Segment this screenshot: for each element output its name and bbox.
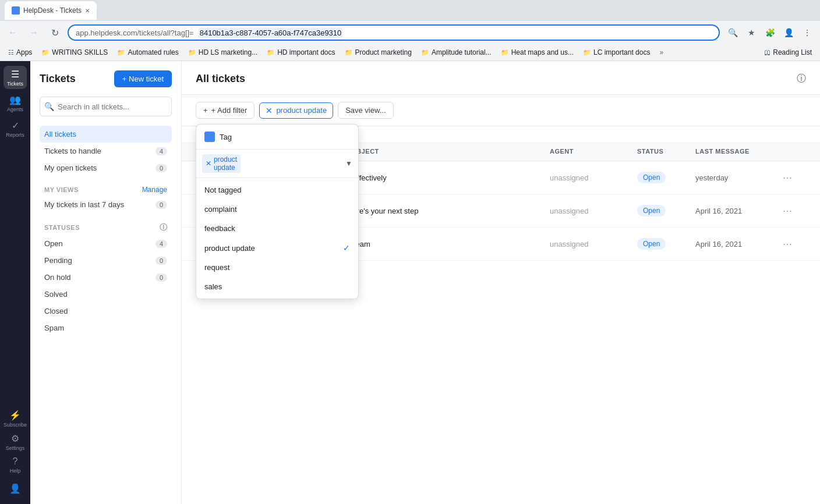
folder-icon: 📁 xyxy=(345,49,353,56)
dropdown-search-input[interactable] xyxy=(244,159,342,168)
nav-settings-label: Settings xyxy=(6,445,25,451)
manage-views-button[interactable]: Manage xyxy=(142,186,167,194)
nav-agents[interactable]: 👥 Agents xyxy=(3,91,27,115)
agents-icon: 👥 xyxy=(9,94,21,105)
add-filter-button[interactable]: + + Add filter xyxy=(196,102,255,119)
selected-tag-chip: ✕ product update xyxy=(202,154,241,173)
browser-tab-active[interactable]: HelpDesk - Tickets ✕ xyxy=(5,1,97,20)
folder-icon: 📁 xyxy=(41,49,50,56)
bookmark-star-icon[interactable]: ★ xyxy=(743,24,759,41)
last-7-days-badge: 0 xyxy=(155,201,167,209)
info-icon[interactable]: ⓘ xyxy=(797,73,806,85)
nav-reports[interactable]: ✓ Reports xyxy=(3,117,27,140)
nav-last-7-days[interactable]: My tickets in last 7 days 0 xyxy=(40,196,172,213)
dropdown-item-sales[interactable]: sales xyxy=(196,277,358,296)
menu-icon[interactable]: ⋮ xyxy=(799,24,815,41)
status-badge: Open xyxy=(637,238,666,250)
bookmark-automated[interactable]: 📁 Automated rules xyxy=(114,47,182,58)
statuses-section: STATUSES ⓘ Open 4 Pending 0 On hold 0 So… xyxy=(40,218,172,336)
nav-subscribe[interactable]: ⚡ Subscribe xyxy=(3,407,27,430)
nav-help-label: Help xyxy=(10,468,21,474)
url-prefix: app.helpdesk.com/tickets/all?tag[]= xyxy=(76,29,194,37)
nav-help[interactable]: ? Help xyxy=(3,453,27,477)
nav-settings[interactable]: ⚙ Settings xyxy=(3,430,27,453)
forward-button[interactable]: → xyxy=(26,24,42,41)
left-nav: ☰ Tickets 👥 Agents ✓ Reports ⚡ Subscribe… xyxy=(0,61,30,504)
nav-tickets[interactable]: ☰ Tickets xyxy=(3,66,27,89)
main-header: All tickets ⓘ xyxy=(182,61,820,95)
bookmark-lc-label: LC important docs xyxy=(593,48,650,56)
nav-status-closed[interactable]: Closed xyxy=(40,303,172,320)
search-icon-btn[interactable]: 🔍 xyxy=(724,24,741,41)
subject-cell: s effectively xyxy=(347,173,550,182)
back-button[interactable]: ← xyxy=(5,24,21,41)
bookmarks-more-button[interactable]: » xyxy=(656,47,667,58)
nav-status-onhold[interactable]: On hold 0 xyxy=(40,269,172,286)
col-agent-header: AGENT xyxy=(550,148,637,155)
bookmark-automated-label: Automated rules xyxy=(128,48,178,56)
dropdown-item-product-update[interactable]: product update ✓ xyxy=(196,238,358,258)
remove-filter-icon[interactable]: ✕ xyxy=(266,106,273,115)
more-actions-button[interactable]: ⋯ xyxy=(783,172,806,183)
bookmark-writing[interactable]: 📁 WRITING SKILLS xyxy=(38,47,111,58)
bookmark-heatmaps[interactable]: 📁 Heat maps and us... xyxy=(497,47,577,58)
status-cell: Open xyxy=(637,238,695,250)
my-views-label: MY VIEWS xyxy=(44,186,79,193)
bookmark-hd-docs[interactable]: 📁 HD important docs xyxy=(263,47,338,58)
active-filter-tag[interactable]: ✕ product update xyxy=(259,102,333,119)
bookmark-lc-docs[interactable]: 📁 LC important docs xyxy=(579,47,653,58)
dropdown-chevron-icon[interactable]: ▼ xyxy=(345,159,352,168)
filter-tag-label: product update xyxy=(276,106,327,115)
status-onhold-label: On hold xyxy=(44,273,71,282)
extensions-icon[interactable]: 🧩 xyxy=(762,24,778,41)
nav-status-pending[interactable]: Pending 0 xyxy=(40,252,172,269)
selected-check-icon: ✓ xyxy=(343,243,350,253)
nav-all-tickets-label: All tickets xyxy=(44,130,76,139)
col-last-message-header: LAST MESSAGE xyxy=(695,148,783,155)
tab-favicon xyxy=(12,6,20,15)
more-actions-button[interactable]: ⋯ xyxy=(783,239,806,250)
tab-label: HelpDesk - Tickets xyxy=(23,6,82,15)
status-badge: Open xyxy=(637,172,666,183)
nav-profile[interactable]: 👤 xyxy=(3,477,27,500)
bookmark-product-marketing[interactable]: 📁 Product marketing xyxy=(341,47,415,58)
tickets-to-handle-badge: 4 xyxy=(155,147,167,155)
nav-subscribe-label: Subscribe xyxy=(3,422,27,428)
remove-selected-tag-icon[interactable]: ✕ xyxy=(206,159,211,168)
dropdown-item-feedback[interactable]: feedback xyxy=(196,219,358,238)
dropdown-item-complaint-label: complaint xyxy=(204,205,237,214)
nav-agents-label: Agents xyxy=(7,107,23,112)
search-input[interactable] xyxy=(40,97,172,116)
nav-status-solved[interactable]: Solved xyxy=(40,286,172,303)
nav-status-spam[interactable]: Spam xyxy=(40,320,172,336)
save-view-button[interactable]: Save view... xyxy=(338,102,393,119)
tab-close-icon[interactable]: ✕ xyxy=(85,8,90,14)
app-container: ☰ Tickets 👥 Agents ✓ Reports ⚡ Subscribe… xyxy=(0,61,820,504)
nav-all-tickets[interactable]: All tickets xyxy=(40,126,172,143)
nav-tickets-label: Tickets xyxy=(7,81,23,87)
nav-my-open-tickets-label: My open tickets xyxy=(44,164,97,172)
url-highlight: 8410b1a3-c887-4057-a60a-f747ca3e9310 xyxy=(199,28,343,38)
bookmark-hd-ls[interactable]: 📁 HD LS marketing... xyxy=(185,47,261,58)
dropdown-item-request[interactable]: request xyxy=(196,258,358,277)
new-ticket-button[interactable]: + New ticket xyxy=(114,70,172,87)
nav-tickets-to-handle[interactable]: Tickets to handle 4 xyxy=(40,143,172,159)
reload-button[interactable]: ↻ xyxy=(47,24,63,41)
browser-tabs: HelpDesk - Tickets ✕ xyxy=(0,0,820,21)
bookmark-amplitude[interactable]: 📁 Amplitude tutorial... xyxy=(418,47,495,58)
nav-my-open-tickets[interactable]: My open tickets 0 xyxy=(40,159,172,176)
nav-status-open[interactable]: Open 4 xyxy=(40,235,172,252)
nav-reports-label: Reports xyxy=(6,132,24,138)
bookmark-amplitude-label: Amplitude tutorial... xyxy=(432,48,492,56)
bookmark-apps[interactable]: ☷ Apps xyxy=(5,47,36,58)
more-actions-button[interactable]: ⋯ xyxy=(783,205,806,216)
profile-icon[interactable]: 👤 xyxy=(780,24,797,41)
bookmark-reading-list[interactable]: 🕮 Reading List xyxy=(761,47,815,58)
dropdown-item-not-tagged[interactable]: Not tagged xyxy=(196,180,358,200)
filter-bar: + + Add filter ✕ product update Save vie… xyxy=(182,95,820,126)
address-bar[interactable]: app.helpdesk.com/tickets/all?tag[]=8410b… xyxy=(68,24,720,41)
statuses-info-icon: ⓘ xyxy=(160,222,168,233)
dropdown-item-complaint[interactable]: complaint xyxy=(196,200,358,219)
reports-icon: ✓ xyxy=(12,120,19,131)
dropdown-item-request-label: request xyxy=(204,263,229,272)
